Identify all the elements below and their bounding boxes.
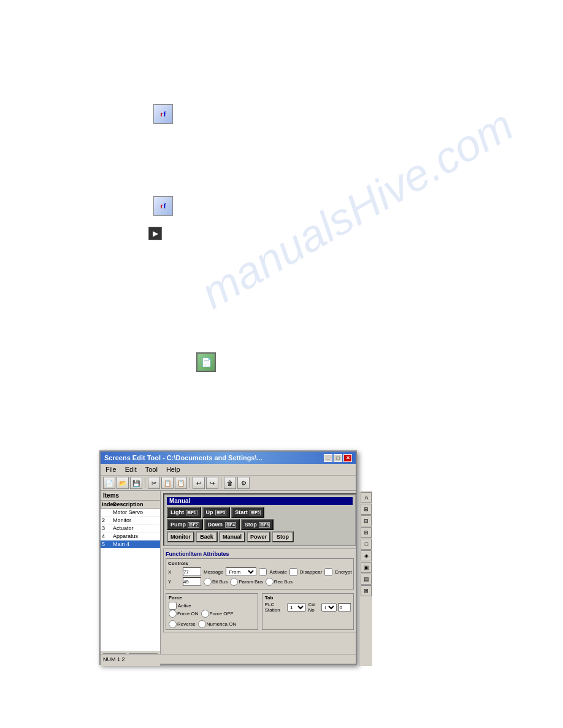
disappear-checkbox[interactable] — [289, 568, 297, 576]
toolbar-paste[interactable]: 📋 — [175, 477, 187, 489]
bitbus-radio-label[interactable]: Bit Bus — [204, 578, 228, 586]
y-row: Y Bit Bus Param Bus — [168, 577, 352, 586]
disappear-label: Disappear — [300, 569, 322, 575]
power-button[interactable]: Power — [247, 531, 270, 542]
title-bar: Screens Edit Tool - C:\Documents and Set… — [101, 452, 356, 464]
recbus-radio[interactable] — [266, 578, 274, 586]
status-text: NUM 1 2 — [103, 656, 125, 662]
manual-button[interactable]: Manual — [219, 531, 245, 542]
stop-button[interactable]: Stop — [272, 531, 294, 542]
list-item[interactable]: Motor Servo — [101, 509, 160, 517]
x-input[interactable] — [183, 567, 201, 576]
col-desc-header: Description — [113, 501, 159, 507]
y-input[interactable] — [183, 577, 201, 586]
list-item-selected[interactable]: 5 Main 4 — [101, 540, 160, 548]
desktop-icon-3[interactable]: ▶ — [148, 227, 170, 249]
message-select[interactable]: From — [226, 567, 256, 576]
right-icon-4[interactable]: ⊞ — [361, 527, 372, 538]
start-button[interactable]: Start ⊞F5 — [231, 507, 264, 518]
force-group-title: Force — [169, 595, 255, 601]
toolbar-new[interactable]: 📄 — [103, 477, 115, 489]
plc-station-select[interactable]: 1 — [287, 603, 307, 612]
right-icon-2[interactable]: ⊞ — [361, 504, 372, 515]
y-label: Y — [168, 579, 180, 585]
maximize-button[interactable]: □ — [334, 454, 342, 462]
bit-input[interactable] — [339, 603, 351, 612]
panel-header: Items — [101, 491, 160, 501]
right-icon-5[interactable]: □ — [361, 539, 372, 550]
menu-tool[interactable]: Tool — [143, 465, 160, 474]
menu-edit[interactable]: Edit — [123, 465, 139, 474]
right-icon-1[interactable]: A — [361, 492, 372, 503]
right-icon-7[interactable]: ▣ — [361, 562, 372, 573]
props-title: Function/Item Attributes — [166, 551, 354, 557]
active-checkbox[interactable] — [169, 602, 177, 610]
toolbar-cut[interactable]: ✂ — [148, 477, 160, 489]
pump-button[interactable]: Pump ⊞F2 — [167, 519, 203, 530]
parambus-radio-label[interactable]: Param Bus — [230, 578, 263, 586]
properties-area: Function/Item Attributes Controls X Mess… — [163, 548, 357, 632]
menu-help[interactable]: Help — [164, 465, 183, 474]
right-icons-panel: A ⊞ ⊟ ⊞ □ ◈ ▣ ▤ ⊠ — [359, 491, 372, 666]
right-icon-9[interactable]: ⊠ — [361, 585, 372, 596]
force-on-radio[interactable] — [169, 610, 177, 618]
recbus-radio-label[interactable]: Rec Bus — [266, 578, 293, 586]
right-icon-8[interactable]: ▤ — [361, 574, 372, 585]
desktop: manualsHive.com r f r f ▶ 📄 Screens Edit… — [0, 0, 563, 728]
list-item[interactable]: 3 Actuator — [101, 525, 160, 533]
desktop-icon-2[interactable]: r f — [153, 196, 175, 218]
radio-group: Bit Bus Param Bus Rec Bus — [204, 578, 293, 586]
numerica-radio-label[interactable]: Numerica ON — [198, 620, 236, 628]
toolbar-open[interactable]: 📂 — [117, 477, 129, 489]
force-off-radio[interactable] — [201, 610, 209, 618]
force-on-radio-label[interactable]: Force ON — [169, 610, 199, 618]
toolbar-props[interactable]: ⚙ — [237, 477, 250, 489]
encrypt-label: Encrypt — [335, 569, 351, 575]
list-item[interactable]: 2 Monitor — [101, 517, 160, 525]
btn-row-1: Light ⊞F1 Up ⊞F3 Start ⊞F5 — [167, 507, 353, 518]
down-button[interactable]: Down ⊞F4 — [204, 519, 240, 530]
back-button[interactable]: Back — [196, 531, 218, 542]
app-title: Screens Edit Tool - C:\Documents and Set… — [104, 454, 262, 461]
watermark: manualsHive.com — [193, 99, 522, 318]
menu-bar: File Edit Tool Help — [101, 464, 356, 476]
controls-label: Controls — [168, 561, 352, 566]
active-label: Active — [178, 603, 191, 609]
force-off-radio-label[interactable]: Force OFF — [201, 610, 234, 618]
stop-button-f6[interactable]: Stop ⊞F6 — [241, 519, 274, 530]
reverse-radio[interactable] — [169, 620, 177, 628]
activate-checkbox[interactable] — [259, 568, 267, 576]
numerica-radio[interactable] — [198, 620, 206, 628]
right-panel: Manual Light ⊞F1 Up ⊞F3 Start ⊞F5 — [161, 491, 359, 666]
desktop-icon-1[interactable]: r f — [153, 104, 175, 126]
btn-row-3: Monitor Back Manual Power Stop — [167, 531, 353, 542]
toolbar-sep-3 — [221, 477, 221, 488]
toolbar-redo[interactable]: ↪ — [206, 477, 218, 489]
toolbar-copy[interactable]: 📋 — [161, 477, 174, 489]
rf-icon-2: r f — [153, 196, 173, 216]
col-index-header: Index — [102, 501, 113, 507]
menu-file[interactable]: File — [103, 465, 119, 474]
monitor-button[interactable]: Monitor — [167, 531, 194, 542]
toolbar-undo[interactable]: ↩ — [193, 477, 205, 489]
panel-table-header: Index Description — [101, 501, 160, 509]
toolbar-save[interactable]: 💾 — [130, 477, 142, 489]
list-item[interactable]: 4 Apparatus — [101, 533, 160, 540]
light-button[interactable]: Light ⊞F1 — [167, 507, 201, 518]
close-button[interactable]: ✕ — [343, 454, 352, 462]
right-icon-6[interactable]: ◈ — [361, 550, 372, 561]
screen-preview: Manual Light ⊞F1 Up ⊞F3 Start ⊞F5 — [163, 493, 357, 546]
desktop-icon-4[interactable]: 📄 — [196, 352, 218, 374]
parambus-radio[interactable] — [230, 578, 238, 586]
encrypt-checkbox[interactable] — [324, 568, 332, 576]
reverse-radio-label[interactable]: Reverse — [169, 620, 196, 628]
minimize-button[interactable]: _ — [324, 454, 332, 462]
app-window: Screens Edit Tool - C:\Documents and Set… — [99, 450, 357, 665]
up-button[interactable]: Up ⊞F3 — [202, 507, 231, 518]
bitbus-radio[interactable] — [204, 578, 212, 586]
x-row: X Message From Activate Disappear — [168, 567, 352, 576]
right-icon-3[interactable]: ⊟ — [361, 515, 372, 526]
col-no-select[interactable]: 0 — [321, 603, 337, 612]
toolbar-delete[interactable]: 🗑 — [224, 477, 236, 489]
force-radio-row: Force ON Force OFF Reverse Numerica ON — [169, 610, 255, 628]
